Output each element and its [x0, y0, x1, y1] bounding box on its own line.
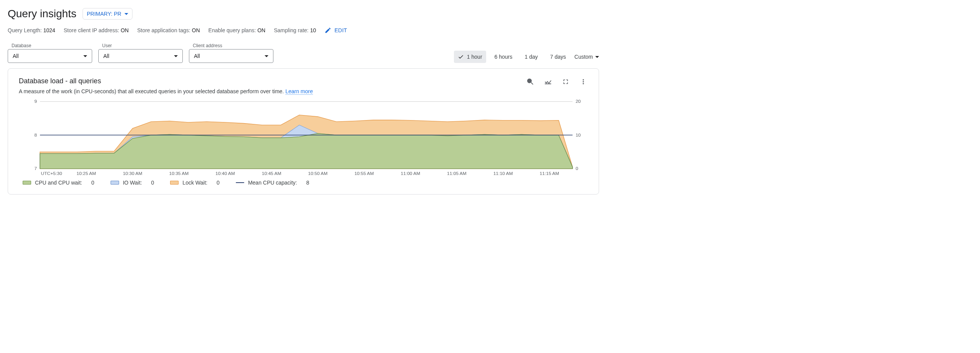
svg-text:7: 7: [34, 167, 37, 171]
svg-text:11:15 AM: 11:15 AM: [540, 172, 559, 176]
instance-selector-label: PRIMARY: PR: [87, 11, 121, 17]
user-filter-label: User: [98, 43, 183, 48]
svg-text:11:05 AM: 11:05 AM: [447, 172, 467, 176]
legend-io-label: IO Wait:: [123, 180, 142, 186]
fullscreen-button[interactable]: [561, 77, 570, 86]
fullscreen-icon: [562, 78, 569, 86]
legend-lock-label: Lock Wait:: [182, 180, 207, 186]
instance-selector[interactable]: PRIMARY: PR: [83, 8, 132, 20]
legend-cpu-label: CPU and CPU wait:: [35, 180, 82, 186]
edit-button[interactable]: EDIT: [324, 27, 347, 34]
client-filter[interactable]: All: [189, 49, 273, 63]
sampling-value: 10: [310, 27, 316, 33]
store-tags-value: ON: [192, 27, 200, 33]
pencil-icon: [324, 27, 331, 34]
database-filter[interactable]: All: [8, 49, 92, 63]
time-range-custom[interactable]: Custom: [574, 54, 599, 60]
legend-toggle-button[interactable]: [543, 77, 553, 86]
svg-text:11:00 AM: 11:00 AM: [401, 172, 420, 176]
chart-description: A measure of the work (in CPU-seconds) t…: [19, 88, 313, 94]
svg-text:9: 9: [34, 100, 37, 104]
database-load-chart: 7890102010:25 AM10:30 AM10:35 AM10:40 AM…: [19, 100, 588, 176]
user-filter-value: All: [103, 53, 109, 59]
legend-io-value: 0: [151, 180, 154, 186]
legend-icon: [544, 78, 552, 86]
client-filter-label: Client address: [189, 43, 273, 48]
chevron-down-icon: [174, 55, 178, 57]
query-plans-label: Enable query plans:: [209, 27, 256, 33]
chevron-down-icon: [124, 13, 128, 15]
learn-more-link[interactable]: Learn more: [285, 88, 313, 95]
legend-cpu[interactable]: CPU and CPU wait: 0: [23, 180, 94, 186]
store-ip-label: Store client IP address:: [64, 27, 119, 33]
swatch-icon: [236, 182, 244, 183]
legend-lock-value: 0: [217, 180, 220, 186]
time-range-1hour[interactable]: 1 hour: [454, 51, 486, 63]
client-filter-value: All: [194, 53, 200, 59]
time-range-1day[interactable]: 1 day: [521, 51, 541, 63]
database-filter-label: Database: [8, 43, 92, 48]
database-filter-value: All: [13, 53, 19, 59]
legend-cpu-value: 0: [91, 180, 94, 186]
time-range-7days[interactable]: 7 days: [546, 51, 570, 63]
svg-text:10:45 AM: 10:45 AM: [262, 172, 281, 176]
user-filter[interactable]: All: [98, 49, 183, 63]
store-ip-value: ON: [121, 27, 129, 33]
legend-io[interactable]: IO Wait: 0: [111, 180, 154, 186]
svg-text:10:35 AM: 10:35 AM: [169, 172, 189, 176]
settings-summary: Query Length: 1024 Store client IP addre…: [8, 27, 599, 34]
time-range-custom-label: Custom: [574, 54, 593, 60]
svg-text:10:55 AM: 10:55 AM: [354, 172, 374, 176]
svg-text:8: 8: [34, 133, 37, 137]
legend-mean-label: Mean CPU capacity:: [248, 180, 297, 186]
reset-zoom-button[interactable]: [526, 77, 535, 86]
refresh-zoom-icon: [526, 78, 535, 86]
check-icon: [458, 54, 464, 60]
chevron-down-icon: [595, 56, 599, 58]
swatch-icon: [23, 181, 31, 185]
svg-text:20: 20: [576, 100, 581, 104]
svg-text:UTC+5:30: UTC+5:30: [41, 172, 62, 176]
swatch-icon: [111, 181, 119, 185]
chevron-down-icon: [83, 55, 87, 57]
svg-text:10:25 AM: 10:25 AM: [76, 172, 96, 176]
time-range-6hours[interactable]: 6 hours: [491, 51, 516, 63]
query-length-label: Query Length:: [8, 27, 42, 33]
store-tags-label: Store application tags:: [137, 27, 190, 33]
svg-text:10: 10: [576, 133, 581, 137]
query-plans-value: ON: [257, 27, 265, 33]
legend-mean[interactable]: Mean CPU capacity: 8: [236, 180, 309, 186]
more-vert-icon: [579, 78, 587, 86]
page-title: Query insights: [8, 8, 76, 20]
chevron-down-icon: [265, 55, 268, 57]
svg-text:10:30 AM: 10:30 AM: [123, 172, 142, 176]
legend-lock[interactable]: Lock Wait: 0: [170, 180, 220, 186]
edit-label: EDIT: [334, 27, 347, 33]
more-options-button[interactable]: [579, 77, 588, 86]
svg-text:10:50 AM: 10:50 AM: [308, 172, 328, 176]
time-range-label: 1 hour: [467, 54, 482, 60]
query-length-value: 1024: [43, 27, 55, 33]
chart-title: Database load - all queries: [19, 77, 313, 85]
svg-text:10:40 AM: 10:40 AM: [215, 172, 235, 176]
legend-mean-value: 8: [306, 180, 309, 186]
database-load-card: Database load - all queries A measure of…: [8, 68, 599, 195]
svg-text:0: 0: [576, 167, 578, 171]
svg-text:11:10 AM: 11:10 AM: [493, 172, 513, 176]
time-range-selector: 1 hour 6 hours 1 day 7 days Custom: [454, 51, 599, 63]
chart-legend: CPU and CPU wait: 0 IO Wait: 0 Lock Wait…: [19, 180, 588, 186]
swatch-icon: [170, 181, 179, 185]
sampling-label: Sampling rate:: [274, 27, 308, 33]
